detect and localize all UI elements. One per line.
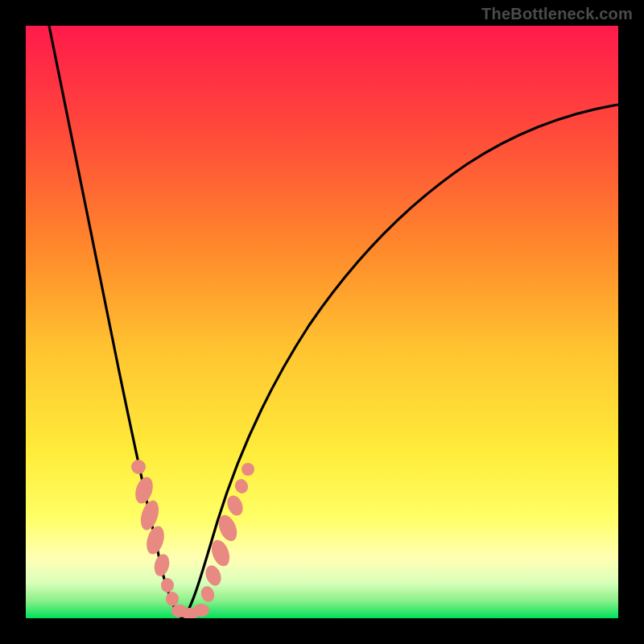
highlight-dot	[193, 604, 209, 617]
watermark-text: TheBottleneck.com	[481, 5, 633, 23]
chart-svg	[26, 26, 618, 618]
highlight-dot	[166, 592, 179, 606]
plot-area	[26, 26, 618, 618]
highlight-dot	[242, 463, 254, 476]
chart-frame: TheBottleneck.com	[0, 0, 644, 644]
highlight-dot	[131, 460, 146, 474]
highlight-dot	[161, 578, 174, 592]
gradient-background	[26, 26, 618, 618]
